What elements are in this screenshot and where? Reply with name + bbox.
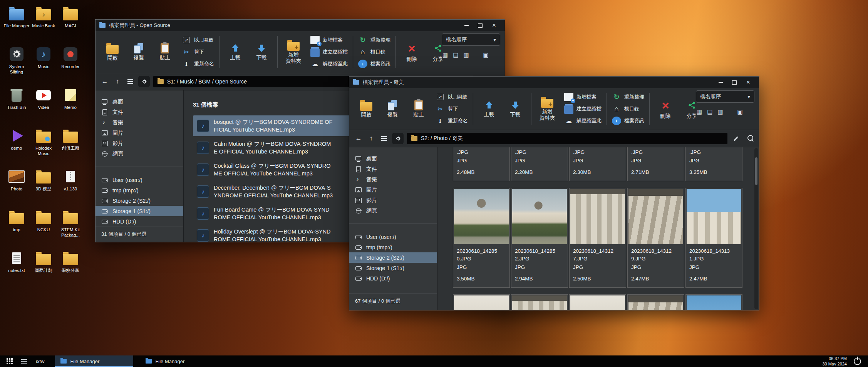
sort-order-dropdown[interactable]: 檔名順序▾: [442, 33, 500, 46]
view-mode-list-icon[interactable]: ▤: [453, 52, 458, 58]
toolbar-upload-button[interactable]: 上載: [222, 43, 248, 62]
search-icon[interactable]: [744, 133, 754, 143]
clock[interactable]: 06:37 PM 30 May 2024: [822, 356, 851, 367]
photo-cell[interactable]: 20230618_143129.JPGJPG2.47MB: [627, 188, 684, 288]
desktop-icon-music[interactable]: Music: [30, 45, 57, 86]
start-button[interactable]: [3, 355, 16, 367]
view-mode-grid-icon[interactable]: ▦: [697, 108, 702, 115]
desktop-icon-v1-130[interactable]: v1.130: [57, 168, 84, 209]
toolbar-open-button[interactable]: 開啟: [99, 42, 126, 62]
toolbar-copy-button[interactable]: 複製: [379, 99, 406, 119]
toolbar-download-button[interactable]: 下載: [248, 43, 275, 62]
toolbar-delete-button[interactable]: 刪除: [652, 98, 679, 120]
file-item[interactable]: bosquet @ フリーBGM DOVA-SYNDROME OFFICIAL …: [193, 115, 356, 136]
titlebar[interactable]: 檔案管理員 - 奇美 ×: [349, 77, 759, 88]
taskbar-app-file-manager-1[interactable]: File Manager: [55, 355, 133, 367]
maximize-button[interactable]: [473, 20, 487, 31]
file-item[interactable]: Holiday Overslept @ フリーBGM DOVA-SYNDROME…: [193, 225, 356, 242]
photo-cell[interactable]: 20230618_143127.JPGJPG2.50MB: [569, 188, 626, 288]
desktop-icon-magi[interactable]: MAGI: [57, 5, 84, 45]
desktop-icon-notes-txt[interactable]: notes.txt: [3, 249, 30, 290]
desktop-icon-item[interactable]: 創俱工廠: [57, 127, 84, 168]
toolbar-paste-button[interactable]: 貼上: [406, 99, 432, 119]
toolbar-extract-here-button[interactable]: 解壓縮至此: [562, 115, 604, 127]
power-icon[interactable]: [854, 358, 861, 365]
sidebar-item-item[interactable]: 網頁: [96, 148, 183, 159]
desktop-icon-demo[interactable]: demo: [3, 127, 30, 168]
desktop-icon-system-slitting[interactable]: System Slitting: [3, 45, 30, 86]
sidebar-item-hdd-d[interactable]: HDD (D:/): [349, 273, 437, 284]
sidebar-item-item[interactable]: 音樂: [349, 174, 437, 185]
view-mode-compact-icon[interactable]: ▥: [463, 52, 469, 58]
minimize-button[interactable]: [714, 77, 727, 88]
scrollbar-thumb[interactable]: [755, 157, 757, 185]
photo-cell[interactable]: .JPGJPG3.25MB: [685, 147, 742, 181]
toolbar-upload-button[interactable]: 上載: [476, 100, 502, 118]
view-mode-compact-icon[interactable]: ▥: [717, 108, 723, 115]
toolbar-delete-button[interactable]: 刪除: [399, 41, 425, 63]
input-method-indicator[interactable]: ixtw: [32, 359, 48, 364]
desktop-icon-item[interactable]: 學校分享: [57, 249, 84, 290]
toolbar-new-file-button[interactable]: 新增檔案: [562, 91, 604, 103]
photo-cell[interactable]: [453, 294, 510, 310]
toolbar-file-info-button[interactable]: 檔案資訊: [610, 115, 647, 127]
photo-cell[interactable]: [627, 294, 684, 310]
sidebar-item-tmp-tmp[interactable]: tmp (tmp:/): [96, 185, 183, 195]
sidebar-item-item[interactable]: 影片: [96, 138, 183, 148]
up-button[interactable]: ↑: [367, 133, 376, 143]
toolbar-extract-here-button[interactable]: 解壓縮至此: [308, 58, 350, 70]
photo-cell[interactable]: .JPGJPG2.48MB: [453, 147, 510, 181]
up-button[interactable]: ↑: [113, 77, 122, 87]
titlebar[interactable]: 檔案管理員 - Open Source ×: [96, 20, 505, 31]
desktop-icon-recorder[interactable]: Recorder: [57, 45, 84, 86]
toolbar-new-folder-button[interactable]: 新增 資料夾: [280, 39, 307, 65]
photo-cell[interactable]: .JPGJPG2.71MB: [627, 147, 684, 181]
sidebar-item-user-user[interactable]: User (user:/): [96, 175, 183, 185]
sidebar-item-storage-2-s2[interactable]: Storage 2 (S2:/): [96, 195, 183, 206]
desktop-icon-stem-kit-packag[interactable]: STEM Kit Packag...: [57, 209, 84, 249]
settings-button[interactable]: [392, 133, 404, 144]
toolbar-copy-button[interactable]: 複製: [126, 42, 152, 62]
desktop-icon-music-bank[interactable]: Music Bank: [30, 5, 57, 45]
toolbar-open-with-button[interactable]: 以...開啟: [433, 91, 470, 103]
file-item[interactable]: Fun Board Game @ フリーBGM DOVA-SYNDROME OF…: [193, 203, 356, 224]
photo-cell[interactable]: [511, 294, 568, 310]
photo-cell[interactable]: .JPGJPG2.20MB: [511, 147, 568, 181]
sidebar-item-item[interactable]: 影片: [349, 195, 437, 205]
sidebar-item-item[interactable]: 桌面: [349, 153, 437, 164]
sidebar-item-storage-1-s1[interactable]: Storage 1 (S1:/): [96, 206, 183, 216]
toolbar-refresh-button[interactable]: 重新整理: [356, 34, 393, 46]
photo-cell[interactable]: [569, 294, 626, 310]
menu-button[interactable]: [126, 77, 135, 87]
toolbar-rename-button[interactable]: 重新命名: [179, 58, 216, 70]
file-item[interactable]: Cocktail Glass @ フリーBGM DOVA-SYNDROME OF…: [193, 159, 356, 180]
desktop-icon-holodex-music[interactable]: Holodex Music: [30, 127, 57, 168]
toolbar-create-archive-button[interactable]: 建立壓縮檔: [562, 103, 604, 115]
settings-button[interactable]: [138, 76, 150, 87]
toolbar-cut-button[interactable]: 剪下: [179, 46, 216, 58]
taskbar-app-file-manager-2[interactable]: File Manager: [140, 355, 218, 367]
toolbar-download-button[interactable]: 下載: [502, 100, 528, 118]
desktop-icon-file-manager[interactable]: File Manager: [3, 5, 30, 45]
file-item[interactable]: Calm Motion @ フリーBGM DOVA-SYNDROME OFFIC…: [193, 137, 356, 158]
sidebar-item-storage-1-s1[interactable]: Storage 1 (S1:/): [349, 263, 437, 273]
desktop-icon-trash-bin[interactable]: Trash Bin: [3, 86, 30, 127]
view-mode-list-icon[interactable]: ▤: [707, 108, 712, 115]
view-mode-columns-icon[interactable]: ▣: [737, 108, 743, 115]
toolbar-new-file-button[interactable]: 新增檔案: [308, 34, 350, 46]
desktop-icon-3d[interactable]: 3D 模型: [30, 168, 57, 209]
desktop-icon-item[interactable]: 圓夢計劃: [30, 249, 57, 290]
sidebar-item-item[interactable]: 音樂: [96, 117, 183, 128]
scrollbar[interactable]: [754, 148, 758, 309]
menu-button[interactable]: [379, 133, 389, 143]
photo-cell[interactable]: [685, 294, 742, 310]
sidebar-item-storage-2-s2[interactable]: Storage 2 (S2:/): [349, 252, 437, 263]
sidebar-item-item[interactable]: 圖片: [96, 128, 183, 138]
sidebar-item-item[interactable]: 文件: [96, 107, 183, 117]
toolbar-open-with-button[interactable]: 以...開啟: [179, 34, 216, 46]
photo-cell[interactable]: .JPGJPG2.30MB: [569, 147, 626, 181]
sidebar-item-user-user[interactable]: User (user:/): [349, 232, 437, 242]
close-button[interactable]: ×: [487, 20, 501, 31]
toolbar-refresh-button[interactable]: 重新整理: [610, 91, 647, 103]
toolbar-rename-button[interactable]: 重新命名: [433, 115, 470, 127]
